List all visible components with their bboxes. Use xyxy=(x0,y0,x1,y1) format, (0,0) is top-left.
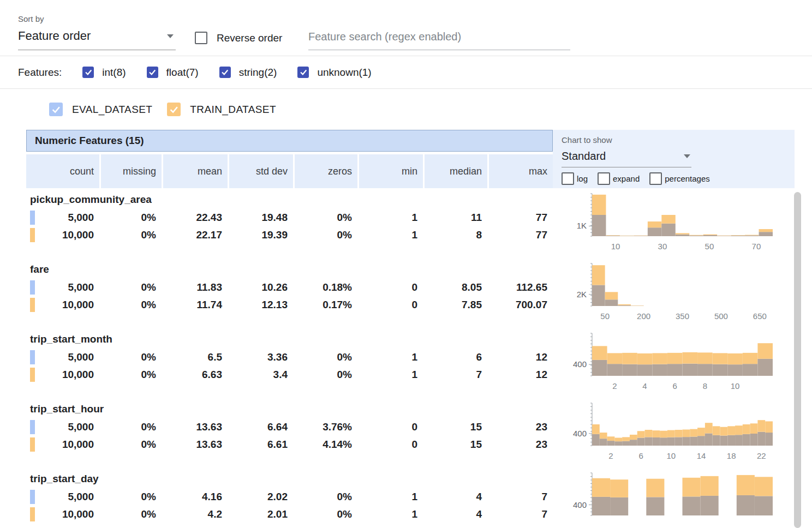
table-row: 10,0000%22.1719.390%1877 xyxy=(26,226,553,244)
count-cell: 10,000 xyxy=(26,298,99,312)
histogram-chart: 1K10305070 xyxy=(553,188,795,258)
filter-checkbox-unknown[interactable] xyxy=(297,67,309,78)
train-dataset-swatch xyxy=(30,228,35,242)
table-title: Numeric Features (15) xyxy=(26,130,553,152)
x-axis-tick-label: 10 xyxy=(731,381,740,391)
histogram-chart: 400246810 xyxy=(553,328,795,398)
column-header-zeros: zeros xyxy=(295,154,357,188)
x-axis-tick-label: 50 xyxy=(705,242,714,251)
column-header-min: min xyxy=(359,154,423,188)
cell-value: 0% xyxy=(101,421,162,433)
cell-value: 3.76% xyxy=(295,421,357,433)
cell-value: 0 xyxy=(359,299,423,311)
chart-option-checkbox-expand[interactable] xyxy=(598,172,610,185)
charts-column: 1K103050702K5020035050065040024681040026… xyxy=(553,188,795,528)
feature-block: trip_start_month5,0000%6.53.360%161210,0… xyxy=(26,328,553,398)
cell-value: 1 xyxy=(359,229,423,241)
x-axis-tick-label: 500 xyxy=(714,311,728,321)
cell-value: 0.18% xyxy=(295,281,357,293)
cell-value: 77 xyxy=(489,229,553,241)
filter-item-int: int(8) xyxy=(82,67,126,79)
cell-value: 0% xyxy=(295,369,357,381)
chart-type-select[interactable]: Standard xyxy=(562,148,691,167)
cell-value: 4.14% xyxy=(295,439,357,451)
cell-value: 7.85 xyxy=(425,299,487,311)
x-axis-tick-label: 18 xyxy=(727,451,736,460)
count-cell: 5,000 xyxy=(26,490,99,504)
legend-item-eval_dataset: EVAL_DATASET xyxy=(49,103,152,116)
cell-value: 12 xyxy=(489,351,553,363)
feature-rows: pickup_community_area5,0000%22.4319.480%… xyxy=(26,188,553,528)
filter-item-string: string(2) xyxy=(219,67,277,79)
count-cell: 10,000 xyxy=(26,228,99,242)
cell-value: 700.07 xyxy=(489,299,553,311)
vertical-scrollbar[interactable] xyxy=(794,192,801,528)
legend-checkbox-eval_dataset[interactable] xyxy=(49,103,63,116)
legend-checkbox-train_dataset[interactable] xyxy=(167,103,181,116)
feature-block: trip_start_hour5,0000%13.636.643.76%0152… xyxy=(26,398,553,467)
cell-value: 11 xyxy=(425,212,487,224)
column-header-count: count xyxy=(26,154,99,188)
cell-value: 0% xyxy=(101,212,162,224)
cell-value: 5,000 xyxy=(68,421,94,433)
cell-value: 10,000 xyxy=(62,508,94,520)
chevron-down-icon xyxy=(167,34,174,38)
feature-block: trip_start_day5,0000%4.162.020%14710,000… xyxy=(26,467,553,528)
table-row: 5,0000%22.4319.480%11177 xyxy=(26,209,553,226)
cell-value: 0% xyxy=(101,491,162,503)
table-row: 5,0000%13.636.643.76%01523 xyxy=(26,418,553,436)
cell-value: 11.74 xyxy=(163,299,228,311)
train-dataset-swatch xyxy=(30,368,35,382)
x-axis-tick-label: 200 xyxy=(637,311,650,321)
cell-value: 0 xyxy=(359,421,423,433)
train-dataset-swatch xyxy=(30,298,35,312)
train-dataset-swatch xyxy=(30,507,35,521)
filter-items: int(8)float(7)string(2)unknown(1) xyxy=(82,67,371,79)
y-axis-tick-label: 400 xyxy=(573,429,587,438)
filter-checkbox-int[interactable] xyxy=(82,67,94,78)
chart-option-label: expand xyxy=(613,174,640,183)
count-cell: 10,000 xyxy=(26,368,99,382)
feature-name: trip_start_hour xyxy=(26,401,553,418)
chart-panel: Chart to show Standard logexpandpercenta… xyxy=(553,130,795,528)
main-content: Numeric Features (15) countmissingmeanst… xyxy=(26,130,795,528)
histogram-chart: 4002610141822 xyxy=(553,398,795,467)
feature-search xyxy=(308,27,570,50)
x-axis-tick-label: 50 xyxy=(600,311,610,321)
cell-value: 22.43 xyxy=(163,212,228,224)
column-header-max: max xyxy=(489,154,553,188)
facets-overview-app: Sort by Feature order Reverse order Feat… xyxy=(0,0,812,528)
toolbar: Sort by Feature order Reverse order xyxy=(0,0,812,56)
column-headers: countmissingmeanstd devzerosminmedianmax xyxy=(26,154,553,188)
cell-value: 0% xyxy=(101,369,162,381)
filter-checkbox-float[interactable] xyxy=(147,67,158,78)
check-icon xyxy=(51,104,62,115)
search-input[interactable] xyxy=(308,27,570,50)
x-axis-tick-label: 2 xyxy=(608,451,613,460)
sort-by-select[interactable]: Feature order xyxy=(18,27,176,50)
reverse-order-checkbox[interactable] xyxy=(195,32,207,44)
count-cell: 5,000 xyxy=(26,420,99,434)
eval-dataset-swatch xyxy=(30,280,35,295)
cell-value: 0% xyxy=(101,351,162,363)
x-axis-tick-label: 8 xyxy=(703,381,707,391)
cell-value: 4 xyxy=(425,508,487,520)
chart-controls: Chart to show Standard logexpandpercenta… xyxy=(553,130,795,188)
legend-label: EVAL_DATASET xyxy=(72,104,152,116)
chart-option-checkbox-log[interactable] xyxy=(562,172,574,185)
chart-type-value: Standard xyxy=(562,150,606,163)
cell-value: 0% xyxy=(295,212,357,224)
filter-checkbox-string[interactable] xyxy=(219,67,231,78)
chart-option-checkbox-percentages[interactable] xyxy=(649,172,662,185)
column-header-median: median xyxy=(425,154,487,188)
x-axis-tick-label: 350 xyxy=(676,311,689,321)
feature-name: pickup_community_area xyxy=(26,191,553,209)
y-axis-tick-label: 400 xyxy=(573,500,587,509)
filter-item-float: float(7) xyxy=(147,67,199,79)
x-axis-tick-label: 10 xyxy=(611,242,620,251)
train-dataset-swatch xyxy=(30,437,35,452)
sort-by-value: Feature order xyxy=(18,29,91,43)
check-icon xyxy=(148,68,157,76)
count-cell: 10,000 xyxy=(26,507,99,521)
cell-value: 4.16 xyxy=(163,491,228,503)
